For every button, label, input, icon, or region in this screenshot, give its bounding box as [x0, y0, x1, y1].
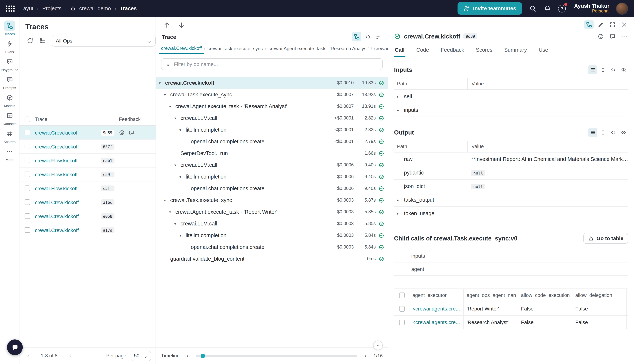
row-checkbox[interactable] [399, 306, 405, 312]
sidebar-item-prompts[interactable]: Prompts [0, 74, 19, 90]
tab-feedback[interactable]: Feedback [440, 44, 465, 57]
chevron-down-icon[interactable]: ▾ [174, 163, 180, 167]
user-menu[interactable]: Ayush Thakur Personal [574, 3, 609, 14]
trace-link[interactable]: crewai.Flow.kickoff [35, 171, 78, 177]
refresh-icon[interactable] [25, 36, 35, 46]
sidebar-item-models[interactable]: Models [0, 92, 19, 108]
op-filter-input[interactable] [174, 61, 379, 67]
add-reaction-icon[interactable] [119, 130, 125, 136]
output-row-tasks-output[interactable]: ▸tasks_output [394, 193, 628, 207]
next-page-icon[interactable]: › [66, 351, 75, 360]
chevron-down-icon[interactable]: ▾ [169, 104, 175, 108]
agent-executor-link[interactable]: <crewai.agents.cre... [412, 306, 460, 312]
chevron-right-icon[interactable]: ▸ [397, 211, 401, 215]
invite-teammates-button[interactable]: Invite teammates [458, 2, 522, 15]
row-checkbox[interactable] [25, 144, 30, 149]
output-row-raw[interactable]: raw **Investment Report: AI in Chemical … [394, 152, 628, 166]
trace-tree-row[interactable]: ▾ crewai.Agent.execute_task - 'Report Wr… [156, 206, 388, 218]
row-checkbox[interactable] [25, 200, 30, 205]
column-header[interactable]: allow_delegation [572, 289, 627, 302]
tree-view-icon[interactable] [352, 32, 361, 42]
table-row[interactable]: crewai.Crew.kickoff657f [20, 140, 156, 154]
trace-tree-row[interactable]: ▾ crewai.LLM.call <$0.0001 2.82s [156, 112, 388, 124]
go-to-table-button[interactable]: Go to table [583, 233, 628, 244]
trace-tree-row[interactable]: SerperDevTool._run 1.66s [156, 147, 388, 159]
row-checkbox[interactable] [25, 227, 30, 233]
chevron-down-icon[interactable]: ▾ [174, 222, 180, 226]
sidebar-item-playground[interactable]: Playground [0, 56, 19, 72]
tab-call[interactable]: Call [394, 44, 405, 57]
column-header[interactable]: b [627, 289, 628, 302]
scroll-to-top-button[interactable] [373, 340, 383, 350]
path-tab[interactable]: crewai.Crew.kickoff [159, 43, 204, 54]
timeline-slider[interactable] [196, 353, 357, 358]
previous-trace-icon[interactable] [162, 20, 171, 30]
chevron-down-icon[interactable]: ▾ [179, 233, 186, 237]
trace-link[interactable]: crewai.Flow.kickoff [35, 185, 78, 191]
trace-tree-row[interactable]: ▾ crewai.Task.execute_sync $0.0003 5.87s [156, 194, 388, 206]
tab-code[interactable]: Code [416, 44, 430, 57]
add-note-icon[interactable] [128, 130, 134, 136]
table-row[interactable]: crewai.Crew.kickoff9d89 [20, 126, 156, 140]
close-icon[interactable] [619, 20, 629, 29]
ops-filter-select[interactable]: All Ops ⌄ [52, 35, 156, 46]
sidebar-item-evals[interactable]: Evals [0, 38, 19, 54]
breadcrumb-projects[interactable]: Projects [42, 6, 62, 11]
wandb-logo[interactable] [6, 5, 15, 12]
row-checkbox[interactable] [399, 320, 405, 325]
timeline-next-icon[interactable]: › [361, 351, 370, 360]
trace-tree-row[interactable]: ▾ crewai.Task.execute_sync $0.0007 13.92… [156, 89, 388, 100]
help-icon[interactable]: ? [558, 4, 566, 12]
add-reaction-icon[interactable] [596, 32, 605, 41]
trace-tree-row[interactable]: ▾ crewai.Crew.kickoff $0.0010 19.83s [156, 77, 388, 89]
timeline-track[interactable] [196, 355, 357, 356]
code-view-icon[interactable] [363, 32, 372, 42]
timeline-handle[interactable] [200, 354, 205, 358]
expand-values-icon[interactable] [598, 65, 607, 74]
flame-graph-icon[interactable] [374, 32, 383, 42]
trace-tree-row[interactable]: ▾ crewai.Agent.execute_task - 'Research … [156, 100, 388, 112]
chevron-down-icon[interactable]: ▾ [164, 92, 170, 96]
code-format-icon[interactable] [609, 65, 618, 74]
chevron-down-icon[interactable]: ▾ [159, 81, 165, 85]
table-row[interactable]: <crewai.agents.cre... 'Report Writer' Fa… [394, 302, 628, 316]
row-checkbox[interactable] [25, 172, 30, 177]
notifications-bell-icon[interactable] [543, 4, 551, 12]
column-header[interactable]: agent_ops_agent_nan [464, 289, 518, 302]
table-row[interactable]: crewai.Crew.kickoff316c [20, 196, 156, 209]
row-checkbox[interactable] [25, 130, 30, 135]
breadcrumb-entity[interactable]: ayut [23, 6, 33, 11]
trace-tree-row[interactable]: guardrail-validate_blog_content 0ms [156, 253, 388, 265]
chevron-right-icon[interactable]: ▸ [397, 94, 401, 98]
list-view-icon[interactable] [588, 65, 597, 74]
trace-tree-row[interactable]: openai.chat.completions.create <$0.0001 … [156, 136, 388, 147]
table-row[interactable]: crewai.Crew.kickoffa17d [20, 223, 156, 237]
trace-tree-row[interactable]: ▾ litellm.completion $0.0006 9.40s [156, 171, 388, 182]
column-header[interactable]: agent_executor [410, 289, 464, 302]
sidebar-item-scorers[interactable]: Scorers [0, 128, 19, 144]
input-row-inputs[interactable]: ▸inputs [394, 103, 628, 117]
output-row-json-dict[interactable]: json_dict null [394, 180, 628, 193]
trace-tree-row[interactable]: openai.chat.completions.create $0.0003 5… [156, 241, 388, 253]
output-row-token-usage[interactable]: ▸token_usage [394, 207, 628, 220]
table-row[interactable]: <crewai.agents.cre... 'Research Analyst'… [394, 316, 628, 329]
next-trace-icon[interactable] [176, 20, 186, 30]
trace-tree-row[interactable]: openai.chat.completions.create $0.0006 9… [156, 182, 388, 194]
code-format-icon[interactable] [609, 128, 618, 137]
chevron-down-icon[interactable]: ▾ [174, 116, 180, 120]
table-row[interactable]: crewai.Flow.kickoffc59f [20, 168, 156, 182]
row-checkbox[interactable] [25, 158, 30, 163]
trace-link[interactable]: crewai.Flow.kickoff [35, 158, 78, 163]
toggle-tree-icon[interactable] [584, 20, 594, 29]
sidebar-item-more[interactable]: More [0, 146, 19, 162]
column-settings-icon[interactable] [38, 36, 47, 46]
trace-link[interactable]: crewai.Crew.kickoff [35, 227, 79, 233]
trace-link[interactable]: crewai.Crew.kickoff [35, 199, 79, 205]
sidebar-item-datasets[interactable]: Datasets [0, 110, 19, 126]
search-icon[interactable] [529, 4, 537, 12]
overflow-menu-icon[interactable]: ⋯ [619, 32, 629, 41]
select-all-checkbox[interactable] [399, 292, 405, 298]
expand-values-icon[interactable] [598, 128, 607, 137]
hide-values-icon[interactable] [619, 65, 628, 74]
avatar[interactable] [616, 2, 628, 14]
